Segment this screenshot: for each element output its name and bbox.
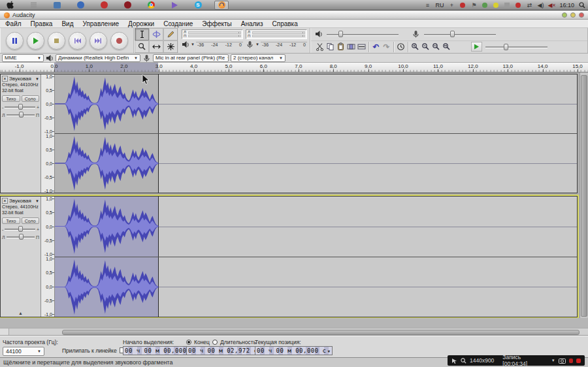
arrows-icon[interactable]: ⇄ <box>526 2 532 8</box>
zoom-selection-button[interactable] <box>431 42 441 52</box>
track-channel-right[interactable] <box>55 133 577 193</box>
vertical-scrollbar-thumb[interactable] <box>581 75 587 317</box>
draw-tool[interactable] <box>163 28 178 40</box>
zoom-tool[interactable] <box>135 40 149 53</box>
menu-создание[interactable]: Создание <box>163 20 193 27</box>
track-channel-left[interactable] <box>55 74 577 133</box>
silence-button[interactable] <box>357 42 367 52</box>
vertical-scrollbar[interactable] <box>580 72 588 328</box>
menu-эффекты[interactable]: Эффекты <box>202 20 231 27</box>
skip-start-button[interactable] <box>69 32 86 50</box>
audio-clip[interactable] <box>55 257 159 317</box>
recording-meter[interactable]: ЛП ▼ -36-24-120 <box>246 29 307 52</box>
menu-файл[interactable]: Файл <box>5 20 22 27</box>
multi-tool[interactable] <box>163 40 178 53</box>
recorder-record-indicator[interactable] <box>576 359 581 363</box>
search-icon[interactable] <box>579 2 585 8</box>
track-menu-chevron-icon[interactable]: ▼ <box>35 199 39 203</box>
play-button[interactable] <box>27 32 44 50</box>
pause-button[interactable] <box>6 32 24 50</box>
app-switcher-icon[interactable] <box>26 1 41 10</box>
audio-clip[interactable] <box>55 134 159 193</box>
meter-menu-chevron-icon[interactable]: ▼ <box>191 42 195 46</box>
track-close-button[interactable]: ✕ <box>2 198 8 204</box>
length-radio[interactable] <box>212 340 218 345</box>
audio-host-select[interactable]: MME▼ <box>2 54 44 62</box>
gain-slider[interactable]: - + <box>2 103 39 111</box>
skip-end-button[interactable] <box>90 32 107 50</box>
minimize-button[interactable] <box>562 12 567 18</box>
menu-lines-icon[interactable]: ≡ <box>424 2 431 8</box>
input-channels-select[interactable]: 2 (стерео) канал▼ <box>231 54 286 62</box>
timeshift-tool[interactable] <box>149 40 163 53</box>
track-close-button[interactable]: ✕ <box>2 76 8 82</box>
horizontal-scrollbar-thumb[interactable] <box>62 330 580 335</box>
sync-lock-button[interactable] <box>396 42 406 52</box>
recorder-zoom-icon[interactable] <box>461 358 466 364</box>
copy-button[interactable] <box>325 42 335 52</box>
gain-slider[interactable]: - + <box>2 225 39 233</box>
undo-button[interactable]: ↶ <box>371 42 381 52</box>
maximize-button[interactable] <box>570 12 576 18</box>
solo-button[interactable]: Соло <box>22 217 40 224</box>
meter-menu-chevron-icon[interactable]: ▼ <box>255 42 259 46</box>
opera-browser-icon[interactable] <box>97 1 111 10</box>
trim-button[interactable] <box>346 42 356 52</box>
envelope-tool[interactable] <box>149 28 163 40</box>
video-player-icon[interactable] <box>167 1 182 10</box>
output-volume-slider[interactable] <box>327 31 399 37</box>
end-radio[interactable] <box>186 340 191 345</box>
tray-grey-icon[interactable] <box>504 2 510 8</box>
timeline-ruler[interactable]: -1,00,01,02,03,04,05,06,07,08,09,010,011… <box>0 63 588 72</box>
tray-chat-icon[interactable] <box>515 2 521 8</box>
zoom-fit-button[interactable] <box>442 42 451 52</box>
selection-end-field[interactable]: 00 ч 00 м 02,972 с▼ <box>186 346 264 355</box>
playback-speed-slider[interactable] <box>485 44 547 50</box>
recorder-chevron-icon[interactable]: ▼ <box>551 359 555 362</box>
zoom-in-button[interactable] <box>410 42 420 52</box>
keyboard-layout[interactable]: RU <box>435 2 444 8</box>
tray-green-icon[interactable] <box>482 2 488 8</box>
track-name[interactable]: Звуковая <box>9 76 31 82</box>
track-channel-right[interactable] <box>55 257 577 317</box>
photos-app-icon[interactable] <box>73 1 88 10</box>
track-menu-chevron-icon[interactable]: ▼ <box>35 77 39 81</box>
stop-button[interactable] <box>48 32 65 50</box>
zoom-out-button[interactable] <box>421 42 431 52</box>
finder-icon[interactable] <box>50 1 64 10</box>
output-device-select[interactable]: Динамики (Realtek High Defin▼ <box>56 54 140 62</box>
menu-правка[interactable]: Правка <box>31 20 53 27</box>
media-player-icon[interactable] <box>120 1 135 10</box>
tray-yellow-icon[interactable] <box>493 2 499 8</box>
recorder-mic-indicator[interactable] <box>569 359 574 363</box>
selection-tool[interactable] <box>135 28 149 40</box>
add-icon[interactable]: + <box>448 2 455 8</box>
solo-button[interactable]: Соло <box>22 95 40 102</box>
playback-meter[interactable]: ЛП ▼ -36-24-120 <box>182 29 243 52</box>
current-position-field[interactable]: 00 ч 00 м 00,000 с▼ <box>255 346 333 355</box>
play-at-speed-button[interactable] <box>471 42 482 52</box>
audacity-app-icon[interactable] <box>214 1 229 10</box>
recorder-camera-icon[interactable] <box>559 358 566 364</box>
track-collapse-button[interactable]: ▲ <box>1 311 41 315</box>
audio-clip[interactable] <box>55 197 159 257</box>
menu-справка[interactable]: Справка <box>272 20 298 27</box>
recorder-pointer-icon[interactable] <box>451 358 457 364</box>
mute-button[interactable]: Тихо <box>2 95 20 102</box>
window-title-bar[interactable]: Audacity <box>0 11 588 20</box>
menu-дорожки[interactable]: Дорожки <box>128 20 154 27</box>
menu-управление[interactable]: Управление <box>82 20 119 27</box>
cut-button[interactable] <box>315 42 325 52</box>
flag-icon[interactable]: ⚑ <box>470 2 477 8</box>
redo-button[interactable]: ↷ <box>382 42 391 52</box>
close-button[interactable] <box>579 12 584 18</box>
menu-анализ[interactable]: Анализ <box>241 20 263 27</box>
tray-red-icon[interactable] <box>459 2 466 8</box>
track-name[interactable]: Звуковая <box>9 198 31 204</box>
horizontal-scrollbar[interactable] <box>0 328 588 336</box>
pan-slider[interactable]: Л П <box>2 111 39 119</box>
audio-clip[interactable] <box>55 74 159 133</box>
paste-button[interactable] <box>336 42 346 52</box>
speaker-icon[interactable]: ◀) <box>537 2 544 8</box>
input-volume-slider[interactable] <box>424 31 496 37</box>
